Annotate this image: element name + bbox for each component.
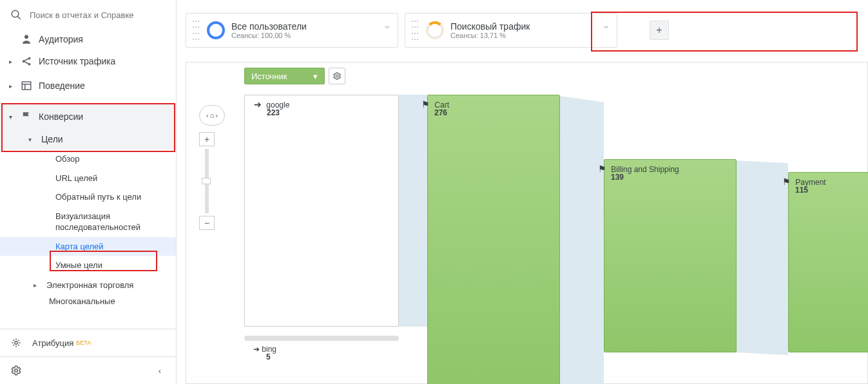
node-count: 5 bbox=[266, 352, 276, 361]
segment-all-users[interactable]: Все пользователи Сеансы: 100,00 % ⌄ bbox=[186, 13, 398, 48]
goal-flow-viz: Источник ▾ ‹⌂› + − ⇩ ➔ google bbox=[186, 62, 868, 384]
sidebar-item-conversions[interactable]: ▾ Конверсии bbox=[0, 104, 176, 129]
dropdown-label: Источник bbox=[251, 72, 287, 81]
nav-label: Умные цели bbox=[55, 260, 102, 271]
nav-label: Электронная торговля bbox=[46, 280, 133, 290]
layout-icon bbox=[19, 79, 34, 93]
gear-icon[interactable] bbox=[9, 363, 23, 378]
flow-link bbox=[737, 160, 788, 355]
source-scrollbar[interactable] bbox=[244, 336, 399, 341]
sidebar-item-overview[interactable]: Обзор bbox=[0, 149, 176, 169]
arrow-icon: ➔ bbox=[253, 345, 260, 354]
drag-handle-icon[interactable] bbox=[193, 18, 200, 43]
nav-label: Многоканальные bbox=[49, 296, 115, 306]
svg-line-7 bbox=[24, 62, 28, 64]
zoom-in-button[interactable]: + bbox=[199, 132, 215, 146]
search-input[interactable] bbox=[30, 10, 146, 20]
flow-link bbox=[399, 95, 427, 327]
chevron-down-icon[interactable]: ⌄ bbox=[383, 19, 391, 31]
sidebar-item-behavior[interactable]: ▸ Поведение bbox=[0, 73, 176, 98]
home-button[interactable]: ‹⌂› bbox=[199, 105, 225, 126]
flow-link bbox=[560, 96, 604, 384]
zoom-slider[interactable] bbox=[205, 149, 209, 213]
svg-rect-8 bbox=[22, 82, 31, 90]
svg-line-1 bbox=[17, 16, 21, 19]
segment-title: Поисковый трафик bbox=[450, 21, 530, 32]
main-area: Все пользователи Сеансы: 100,00 % ⌄ Поис… bbox=[177, 0, 868, 384]
svg-point-0 bbox=[12, 10, 19, 17]
flag-icon: ⚑ bbox=[421, 99, 430, 110]
sidebar: Аудитория ▸ Источник трафика ▸ Поведение… bbox=[0, 0, 177, 384]
step-node-cart[interactable]: ⚑ Cart 276 bbox=[427, 95, 560, 384]
caret-icon: ▸ bbox=[9, 58, 17, 65]
bottom-bar: Атрибуция БЕТА ‹ bbox=[0, 329, 177, 384]
bottom-controls: ‹ bbox=[0, 356, 177, 384]
zoom-thumb[interactable] bbox=[202, 178, 211, 184]
nav-label: Атрибуция bbox=[32, 338, 73, 348]
collapse-icon[interactable]: ‹ bbox=[159, 366, 161, 376]
node-count: 223 bbox=[267, 108, 289, 117]
zoom-out-button[interactable]: − bbox=[199, 216, 215, 230]
search-row bbox=[0, 0, 176, 30]
segment-subtitle: Сеансы: 13,71 % bbox=[450, 32, 530, 39]
node-count: 115 bbox=[795, 186, 826, 195]
nav-label: Обзор bbox=[55, 153, 80, 165]
dimension-dropdown[interactable]: Источник ▾ bbox=[244, 68, 325, 84]
svg-point-13 bbox=[336, 75, 338, 77]
segment-subtitle: Сеансы: 100,00 % bbox=[231, 32, 307, 39]
step-node-payment[interactable]: ⚑ Payment 115 bbox=[788, 172, 868, 352]
segment-search-traffic[interactable]: Поисковый трафик Сеансы: 13,71 % ⌄ bbox=[405, 13, 617, 48]
sidebar-item-goals[interactable]: ▾ Цели bbox=[0, 129, 176, 149]
add-segment-button[interactable]: + bbox=[650, 21, 669, 40]
nav-label: Источник трафика bbox=[39, 56, 115, 66]
segment-circle-icon bbox=[426, 21, 444, 39]
source-node-bing[interactable]: ➔ bing 5 bbox=[253, 345, 276, 361]
zoom-control: + − bbox=[199, 132, 215, 230]
sidebar-item-url-goals[interactable]: URL целей bbox=[0, 169, 176, 188]
nav-controls: ‹⌂› + − bbox=[199, 105, 225, 230]
segment-row: Все пользователи Сеансы: 100,00 % ⌄ Поис… bbox=[186, 13, 617, 48]
drag-handle-icon[interactable] bbox=[412, 18, 420, 43]
arrow-icon: ➔ bbox=[254, 99, 262, 110]
search-icon bbox=[9, 8, 23, 22]
svg-point-2 bbox=[24, 35, 28, 39]
svg-point-11 bbox=[15, 341, 18, 345]
sidebar-item-smart-goals[interactable]: Умные цели bbox=[0, 256, 176, 275]
svg-point-12 bbox=[15, 369, 18, 372]
person-icon bbox=[19, 32, 34, 46]
segment-title: Все пользователи bbox=[231, 21, 307, 32]
source-node-google[interactable]: ➔ google 223 bbox=[244, 95, 399, 327]
node-count: 276 bbox=[434, 108, 449, 117]
sidebar-item-funnel-viz[interactable]: Визуализация последовательностей bbox=[0, 207, 176, 237]
segment-circle-icon bbox=[207, 21, 225, 39]
nav-label: URL целей bbox=[55, 173, 97, 184]
chevron-down-icon[interactable]: ⌄ bbox=[602, 19, 610, 31]
share-icon bbox=[19, 54, 34, 68]
caret-down-icon: ▾ bbox=[9, 113, 17, 120]
flag-icon: ⚑ bbox=[598, 164, 606, 174]
step-node-billing[interactable]: ⚑ Billing and Shipping 139 bbox=[604, 159, 737, 352]
viz-toolbar: Источник ▾ bbox=[244, 68, 345, 84]
nav-label: Визуализация последовательностей bbox=[55, 211, 167, 233]
home-icon: ⌂ bbox=[210, 111, 215, 119]
nav-label: Аудитория bbox=[39, 34, 83, 44]
sidebar-item-reverse-path[interactable]: Обратный путь к цели bbox=[0, 187, 176, 207]
node-count: 139 bbox=[611, 173, 679, 182]
sidebar-item-ecommerce[interactable]: ▸ Электронная торговля bbox=[0, 275, 176, 295]
sidebar-item-audience[interactable]: Аудитория bbox=[0, 30, 176, 49]
caret-icon: ▸ bbox=[9, 82, 17, 90]
caret-down-icon: ▾ bbox=[28, 136, 36, 143]
nav-label: Карта целей bbox=[55, 241, 104, 253]
svg-line-6 bbox=[24, 59, 28, 61]
sidebar-item-multichannel[interactable]: Многоканальные bbox=[0, 295, 176, 311]
nav-label: Поведение bbox=[39, 81, 85, 91]
settings-button[interactable] bbox=[329, 68, 345, 84]
nav-label: Конверсии bbox=[39, 111, 83, 122]
caret-icon: ▸ bbox=[34, 282, 41, 289]
sidebar-item-goal-map[interactable]: Карта целей bbox=[0, 237, 176, 256]
nav-label: Обратный путь к цели bbox=[55, 191, 141, 203]
nav-label: Цели bbox=[41, 134, 63, 144]
sidebar-item-traffic-source[interactable]: ▸ Источник трафика bbox=[0, 49, 176, 73]
flag-icon: ⚑ bbox=[782, 177, 791, 187]
sidebar-item-attribution[interactable]: Атрибуция БЕТА bbox=[0, 329, 177, 356]
